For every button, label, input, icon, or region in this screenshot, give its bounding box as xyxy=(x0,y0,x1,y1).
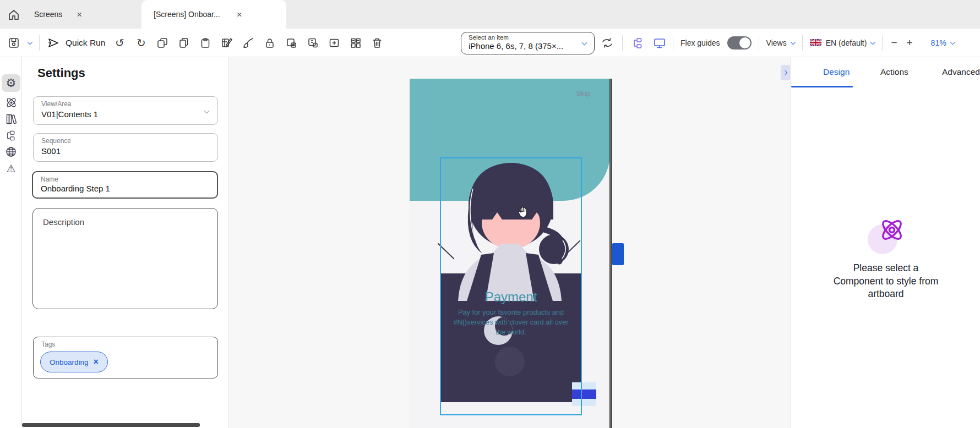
empty-state: Please select a Component to style from … xyxy=(791,211,980,301)
redo-button[interactable]: ↻ xyxy=(134,36,148,50)
name-input[interactable] xyxy=(41,184,206,193)
separator xyxy=(802,35,803,51)
paste-icon xyxy=(199,37,211,49)
chevron-down-icon xyxy=(790,39,796,45)
sequence-field[interactable]: Sequence S001 xyxy=(33,133,218,162)
paste-button[interactable] xyxy=(198,36,213,50)
empty-state-line: artboard xyxy=(791,288,980,301)
rail-issues-button[interactable]: ⚠ xyxy=(2,160,20,177)
settings-title: Settings xyxy=(37,66,85,80)
name-field[interactable]: Name xyxy=(32,171,218,199)
preview-button[interactable] xyxy=(652,36,667,50)
zoom-in-button[interactable]: + xyxy=(906,37,914,49)
remove-tag-icon[interactable]: × xyxy=(94,358,99,366)
flex-guides-toggle[interactable] xyxy=(727,36,752,50)
paste-style-icon xyxy=(307,37,319,49)
paste-style-button[interactable] xyxy=(306,36,320,50)
brush-button[interactable] xyxy=(241,36,255,50)
rail-globe-button[interactable] xyxy=(2,143,20,161)
library-icon xyxy=(5,113,18,125)
separator xyxy=(39,35,40,51)
uk-flag-icon xyxy=(810,39,821,46)
warning-icon: ⚠ xyxy=(6,162,15,175)
rail-library-button[interactable] xyxy=(2,110,20,128)
redo-icon: ↻ xyxy=(137,37,146,48)
duplicate-button[interactable] xyxy=(155,36,170,50)
design-tokens-button[interactable] xyxy=(220,36,234,50)
views-dropdown[interactable]: Views xyxy=(766,39,795,47)
tab-label: [Screens] Onboar... xyxy=(154,10,220,19)
name-label: Name xyxy=(41,175,58,183)
add-frame-button[interactable] xyxy=(327,36,341,50)
quick-run-icon xyxy=(47,37,60,49)
sync-button[interactable] xyxy=(600,36,614,50)
chevron-down-icon xyxy=(870,39,876,45)
panel-collapse-button[interactable] xyxy=(781,65,790,80)
device-selector-label: Select an item xyxy=(469,34,587,41)
atom-icon xyxy=(5,96,18,109)
language-dropdown[interactable]: EN (default) xyxy=(810,39,875,47)
layout-grid-button[interactable] xyxy=(349,36,363,50)
copy-style-button[interactable] xyxy=(284,36,298,50)
hand-cursor xyxy=(518,206,529,221)
tree-icon xyxy=(5,129,17,141)
tag-chip-onboarding[interactable]: Onboarding × xyxy=(40,352,108,372)
left-icon-rail: ⚙ ⚠ xyxy=(0,57,22,428)
zoom-out-button[interactable]: − xyxy=(890,37,898,49)
trash-icon xyxy=(371,37,383,49)
description-textarea[interactable] xyxy=(33,208,217,309)
zoom-level-dropdown[interactable]: 81% xyxy=(931,39,955,47)
lock-icon xyxy=(264,37,276,49)
language-label: EN (default) xyxy=(826,39,867,47)
empty-state-line: Component to style from xyxy=(791,275,980,288)
description-field[interactable] xyxy=(32,208,218,309)
add-frame-icon xyxy=(328,37,340,49)
tab-design[interactable]: Design xyxy=(823,67,850,77)
active-tab-underline xyxy=(791,86,853,87)
tag-label: Onboarding xyxy=(50,358,89,366)
rail-hierarchy-button[interactable] xyxy=(2,127,20,144)
quick-run-button[interactable]: Quick Run xyxy=(47,37,105,49)
tab-screens-onboarding[interactable]: [Screens] Onboar... × xyxy=(141,0,286,29)
sync-icon xyxy=(601,37,614,49)
layout-grid-icon xyxy=(350,37,362,49)
delete-button[interactable] xyxy=(370,36,384,50)
canvas[interactable]: Skip xyxy=(229,57,791,428)
separator xyxy=(759,35,759,51)
canvas-scroll-indicator[interactable] xyxy=(612,243,624,265)
tree-view-button[interactable] xyxy=(630,36,645,50)
copy-button[interactable] xyxy=(177,36,191,50)
component-atom-icon xyxy=(878,216,906,244)
tags-label: Tags xyxy=(41,341,55,348)
undo-button[interactable]: ↺ xyxy=(112,36,127,50)
brush-icon xyxy=(242,37,254,49)
copy-style-icon xyxy=(285,37,297,49)
tab-actions[interactable]: Actions xyxy=(880,67,908,77)
separator xyxy=(622,35,623,51)
empty-state-line: Please select a xyxy=(791,262,980,275)
device-selector[interactable]: Select an item iPhone 6, 6s, 7, 8 (375×.… xyxy=(461,32,595,54)
rail-settings-button[interactable]: ⚙ xyxy=(2,74,20,92)
close-icon[interactable]: × xyxy=(77,10,82,19)
rail-components-button[interactable] xyxy=(2,94,20,111)
globe-icon xyxy=(5,146,17,158)
tab-screens[interactable]: Screens × xyxy=(34,0,139,29)
save-button[interactable] xyxy=(7,36,21,50)
tags-field[interactable]: Tags Onboarding × xyxy=(33,337,218,378)
home-button[interactable] xyxy=(6,7,22,23)
chevron-down-icon xyxy=(204,108,210,114)
tab-advanced[interactable]: Advanced xyxy=(942,67,980,77)
close-icon[interactable]: × xyxy=(237,10,242,19)
monitor-icon xyxy=(653,37,666,49)
settings-scrollbar[interactable] xyxy=(22,423,200,427)
chevron-right-icon xyxy=(782,70,787,75)
selection-box[interactable] xyxy=(440,157,582,415)
view-area-select[interactable]: View/Area V01|Contents 1 xyxy=(33,96,218,125)
device-selector-value: iPhone 6, 6s, 7, 8 (375×... xyxy=(469,41,587,51)
save-icon xyxy=(8,37,20,49)
phone-artboard[interactable]: Skip xyxy=(410,79,610,428)
sequence-label: Sequence xyxy=(41,137,71,145)
save-options-chevron-icon[interactable] xyxy=(28,39,33,45)
views-label: Views xyxy=(766,39,787,47)
lock-button[interactable] xyxy=(263,36,277,50)
